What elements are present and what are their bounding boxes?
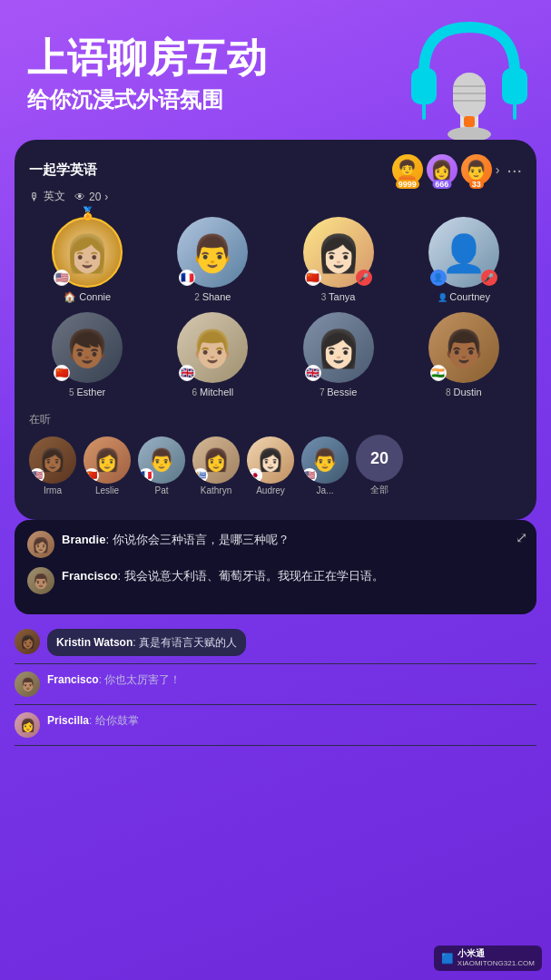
- bottom-avatar-priscilla: 👩: [15, 712, 40, 738]
- flag-us-irma: 🇺🇸: [30, 468, 44, 483]
- svg-rect-1: [502, 68, 527, 104]
- room-card: 一起学英语 🧑‍🦱 9999 👩 666 👨 33 › ··· 🎙 英文: [15, 140, 536, 520]
- top-avatars-arrow[interactable]: ›: [496, 162, 500, 177]
- speaker-courtney[interactable]: 👤 👤 🎤 👤 Courtney: [406, 217, 522, 303]
- flag-cn-leslie: 🇨🇳: [84, 468, 99, 483]
- flag-jp-audrey: 🇯🇵: [248, 468, 262, 483]
- room-title: 一起学英语: [29, 162, 97, 179]
- top-avatar-2: 👩 666: [427, 154, 458, 185]
- flag-gb-bessie: 🇬🇧: [305, 365, 321, 381]
- chat-text-brandie: Brandie: 你说你会三种语言，是哪三种呢？: [62, 531, 290, 549]
- svg-rect-4: [453, 73, 486, 118]
- bottom-text-francisco2: Francisco: 你也太厉害了！: [47, 671, 181, 688]
- chat-section: ⤢ 👩🏽 Brandie: 你说你会三种语言，是哪三种呢？ 👨🏽 Francis…: [15, 520, 536, 614]
- listeners-more-wrap[interactable]: 20 全部: [356, 435, 403, 496]
- listeners-more-label: 全部: [370, 484, 389, 496]
- listener-irma[interactable]: 👩🏾 🇺🇸 Irma: [29, 436, 76, 495]
- chat-avatar-francisco: 👨🏽: [27, 567, 54, 594]
- bottom-comments: 👩🏾 Kristin Watson: 真是有语言天赋的人 👨🏽 Francisc…: [15, 622, 536, 746]
- speaker-tanya[interactable]: 👩🏻 🇨🇳 🎤 3 Tanya: [280, 217, 397, 303]
- room-info: 🎙 英文 👁 20 ›: [29, 189, 522, 204]
- mic-muted-courtney: 🎤: [481, 270, 497, 286]
- listeners-label: 在听: [29, 412, 522, 427]
- room-header: 一起学英语 🧑‍🦱 9999 👩 666 👨 33 › ···: [29, 154, 522, 185]
- speaker-bessie[interactable]: 👩🏻 🇬🇧 7 Bessie: [280, 312, 397, 397]
- bottom-comment-kristin: 👩🏾 Kristin Watson: 真是有语言天赋的人: [15, 622, 536, 664]
- watermark-name: 小米通: [458, 948, 535, 959]
- watermark-url: XIAOMITONG321.COM: [458, 959, 535, 968]
- flag-gb-mitchell: 🇬🇧: [179, 365, 195, 381]
- bottom-avatar-kristin: 👩🏾: [15, 629, 40, 654]
- flag-us: 🇺🇸: [54, 270, 70, 286]
- room-top-avatars: 🧑‍🦱 9999 👩 666 👨 33 › ···: [392, 154, 522, 185]
- listener-ja[interactable]: 👨 🇺🇸 Ja...: [301, 436, 349, 495]
- listener-audrey[interactable]: 👩🏻 🇯🇵 Audrey: [247, 436, 294, 495]
- bottom-text-priscilla: Priscilla: 给你鼓掌: [47, 712, 139, 729]
- speaker-dustin[interactable]: 👨🏾 🇮🇳 8 Dustin: [406, 312, 522, 397]
- flag-us-ja: 🇺🇸: [302, 468, 317, 483]
- svg-rect-8: [464, 116, 475, 127]
- speaker-shane[interactable]: 👨 🇫🇷 2 Shane: [154, 217, 271, 303]
- svg-rect-0: [411, 68, 437, 104]
- flag-fr-pat: 🇫🇷: [139, 468, 153, 483]
- svg-text:👤: 👤: [441, 231, 487, 275]
- bottom-comment-francisco2: 👨🏽 Francisco: 你也太厉害了！: [15, 664, 536, 705]
- svg-text:👩🏻: 👩🏻: [316, 327, 361, 370]
- bottom-comment-priscilla: 👩 Priscilla: 给你鼓掌: [15, 705, 536, 746]
- svg-text:👦🏾: 👦🏾: [64, 327, 110, 370]
- chat-text-francisco: Francisco: 我会说意大利语、葡萄牙语。我现在正在学日语。: [62, 567, 384, 585]
- header: 上语聊房互动 给你沉浸式外语氛围: [0, 0, 551, 123]
- speaker-mitchell[interactable]: 👨🏼 🇬🇧 6 Mitchell: [154, 312, 271, 397]
- speaker-connie[interactable]: 👩🏼 🇺🇸 🏅 🏠 Connie: [29, 217, 145, 303]
- host-crown: 🏅: [80, 206, 95, 220]
- chat-expand-button[interactable]: ⤢: [516, 529, 527, 546]
- headphone-mic-illustration: [397, 9, 542, 154]
- room-more-button[interactable]: ···: [507, 160, 522, 181]
- room-viewers[interactable]: 👁 20 ›: [74, 191, 108, 203]
- mic-muted-tanya: 🎤: [356, 270, 372, 286]
- listeners-row: 👩🏾 🇺🇸 Irma 👩 🇨🇳 Leslie 👨 🇫🇷 Pat 👩 🇺🇾: [29, 435, 522, 496]
- bottom-bubble-kristin: Kristin Watson: 真是有语言天赋的人: [47, 629, 246, 656]
- host-crown-icon: 🏠: [64, 291, 79, 302]
- svg-text:👩🏼: 👩🏼: [64, 231, 110, 275]
- watermark-icon: 🟦: [441, 953, 454, 965]
- speaker-esther[interactable]: 👦🏾 🇨🇳 5 Esther: [29, 312, 145, 397]
- flag-uy-kathryn: 🇺🇾: [193, 468, 208, 483]
- chat-avatar-brandie: 👩🏽: [27, 531, 54, 558]
- viewers-arrow: ›: [104, 191, 108, 203]
- flag-fr: 🇫🇷: [179, 270, 195, 286]
- watermark: 🟦 小米通 XIAOMITONG321.COM: [434, 946, 542, 971]
- listeners-more-count[interactable]: 20: [356, 435, 403, 482]
- flag-cn-tanya: 🇨🇳: [305, 270, 321, 286]
- mic-icon: 🎙: [29, 191, 40, 203]
- flag-cn-esther: 🇨🇳: [54, 365, 70, 381]
- speakers-grid: 👩🏼 🇺🇸 🏅 🏠 Connie 👨 🇫🇷 2 Shane: [29, 217, 522, 397]
- top-avatar-3: 👨 33: [461, 154, 492, 185]
- svg-text:👨: 👨: [190, 231, 235, 275]
- room-language: 🎙 英文: [29, 189, 65, 204]
- listener-kathryn[interactable]: 👩 🇺🇾 Kathryn: [192, 436, 240, 495]
- svg-text:👨🏼: 👨🏼: [190, 327, 235, 370]
- top-avatar-1: 🧑‍🦱 9999: [392, 154, 423, 185]
- bottom-avatar-francisco2: 👨🏽: [15, 671, 40, 697]
- svg-text:👨🏾: 👨🏾: [441, 327, 487, 370]
- user-icon-courtney: 👤: [430, 270, 447, 286]
- flag-in-dustin: 🇮🇳: [430, 365, 447, 381]
- chat-message-brandie: 👩🏽 Brandie: 你说你会三种语言，是哪三种呢？: [27, 531, 524, 558]
- listener-pat[interactable]: 👨 🇫🇷 Pat: [138, 436, 185, 495]
- svg-text:👩🏻: 👩🏻: [316, 231, 361, 275]
- eye-icon: 👁: [74, 191, 85, 203]
- chat-message-francisco: 👨🏽 Francisco: 我会说意大利语、葡萄牙语。我现在正在学日语。: [27, 567, 524, 594]
- listener-leslie[interactable]: 👩 🇨🇳 Leslie: [84, 436, 131, 495]
